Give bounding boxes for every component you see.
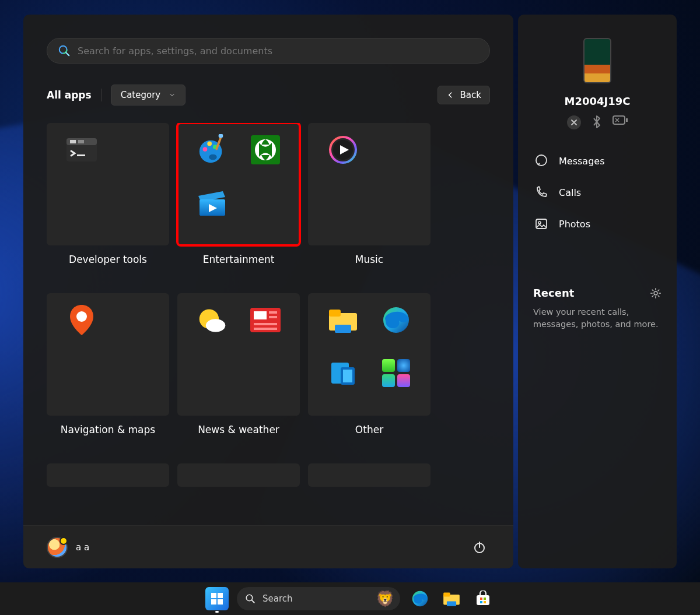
category-tile[interactable] [308,293,430,416]
more-apps-icon [381,358,411,388]
svg-point-46 [654,291,657,295]
user-name-label[interactable]: a a [76,542,89,553]
status-disconnected-icon[interactable] [567,115,581,129]
svg-rect-34 [335,325,351,333]
chevron-down-icon [169,92,176,99]
svg-rect-33 [329,310,341,317]
category-entertainment[interactable]: Entertainment [177,123,300,265]
recent-title: Recent [533,287,574,299]
svg-point-10 [207,142,212,146]
taskbar-start-button[interactable] [205,587,229,610]
user-avatar[interactable] [47,537,68,558]
category-label: Other [355,424,383,435]
category-developer-tools[interactable]: Developer tools [47,123,169,265]
category-tile[interactable] [308,463,430,487]
svg-point-25 [205,319,225,332]
svg-rect-59 [484,598,486,600]
svg-rect-27 [254,311,267,319]
svg-rect-55 [443,593,450,597]
maps-icon [66,305,97,335]
all-apps-label: All apps [47,89,92,101]
svg-rect-41 [613,116,625,124]
taskbar-search-label: Search [262,593,293,604]
category-partial-1[interactable] [47,463,169,487]
category-music[interactable]: Music [308,123,430,265]
category-label: Developer tools [69,254,147,265]
search-highlight-emoji: 🦁 [376,591,394,606]
svg-rect-7 [77,154,85,156]
svg-rect-49 [211,599,216,605]
svg-rect-6 [78,140,84,143]
category-tile[interactable] [177,123,300,245]
power-button[interactable] [469,537,490,558]
recent-description: View your recent calls, messages, photos… [533,306,662,331]
news-icon [250,305,281,335]
media-player-icon [328,135,358,165]
svg-rect-28 [269,311,277,314]
edge-icon [411,590,429,607]
xbox-icon [250,135,281,165]
bluetooth-icon[interactable] [592,115,602,128]
svg-point-9 [202,147,207,152]
svg-rect-42 [626,118,628,122]
taskbar-edge[interactable] [408,587,432,610]
start-menu-panel: All apps Category Back [23,15,513,568]
category-tile[interactable] [177,293,300,416]
category-partial-3[interactable] [308,463,430,487]
category-partial-2[interactable] [177,463,300,487]
file-explorer-icon [328,305,358,335]
svg-line-2 [66,52,69,55]
taskbar-search[interactable]: Search 🦁 [237,587,400,610]
phone-link-calls[interactable]: Calls [533,182,662,203]
category-other[interactable]: Other [308,293,430,435]
phone-device-name: M2004J19C [565,95,631,107]
microsoft-store-icon [475,591,491,607]
svg-rect-29 [269,316,277,318]
back-button[interactable]: Back [438,86,490,104]
phone-link-panel: M2004J19C Messages [518,15,677,568]
all-apps-header: All apps Category Back [47,85,490,106]
category-filter-label: Category [121,90,161,100]
category-label: Entertainment [203,254,275,265]
photos-icon [534,217,548,231]
gear-icon[interactable] [650,287,662,299]
start-search-input[interactable] [78,45,479,57]
category-tile[interactable] [47,293,169,416]
phone-link-icon [328,358,358,388]
category-scroll-area[interactable]: Developer tools [47,123,490,525]
battery-icon[interactable] [612,115,628,125]
svg-rect-30 [254,323,277,325]
phone-link-photos[interactable]: Photos [533,213,662,234]
terminal-icon [66,135,97,165]
category-filter-dropdown[interactable]: Category [111,85,186,106]
movies-tv-icon [197,188,228,218]
phone-link-messages[interactable]: Messages [533,150,662,171]
category-tile[interactable] [47,123,169,245]
phone-thumbnail[interactable] [583,38,611,83]
phone-status-row [567,115,628,129]
svg-line-52 [252,600,254,603]
search-icon [245,593,256,604]
category-tile[interactable] [308,123,430,245]
svg-point-23 [76,311,87,322]
phone-link-label: Messages [559,156,604,167]
taskbar-file-explorer[interactable] [440,587,463,610]
category-tile[interactable] [177,463,300,487]
svg-rect-61 [484,601,486,603]
svg-point-45 [538,222,541,224]
category-label: News & weather [198,424,279,435]
category-tile[interactable] [47,463,169,487]
calls-icon [534,185,548,199]
svg-rect-5 [70,140,76,143]
taskbar-store[interactable] [471,587,495,610]
windows-icon [210,592,224,606]
category-news-weather[interactable]: News & weather [177,293,300,435]
svg-rect-31 [254,328,277,330]
category-navigation-maps[interactable]: Navigation & maps [47,293,169,435]
start-search-bar[interactable] [47,38,490,64]
svg-point-43 [536,155,547,166]
paint-icon [197,135,228,165]
weather-icon [197,305,228,335]
svg-rect-47 [211,593,216,598]
category-label: Navigation & maps [61,424,155,435]
